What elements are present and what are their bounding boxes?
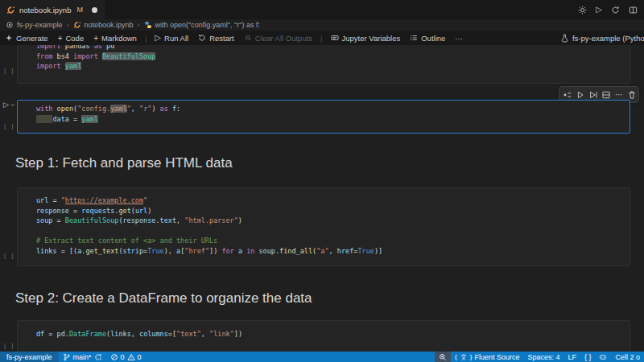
- code-token: ": [143, 196, 147, 204]
- code-token: = [(: [57, 247, 78, 255]
- code-token: columns: [139, 330, 168, 338]
- settings-gear-icon[interactable]: [578, 6, 587, 14]
- error-icon: [110, 353, 118, 361]
- code-token: bs4: [57, 52, 73, 60]
- code-token: requests: [81, 207, 114, 215]
- tab-notebook[interactable]: notebook.ipynb M: [0, 0, 105, 19]
- plus-icon: +: [58, 34, 63, 43]
- code-token: open: [57, 105, 73, 113]
- code-token: links: [110, 330, 131, 338]
- code-token: ,: [131, 105, 139, 113]
- run-by-line-icon[interactable]: [563, 90, 572, 100]
- git-modified-badge: M: [76, 6, 83, 14]
- more-actions-icon[interactable]: ⋯: [614, 90, 624, 100]
- breadcrumb-symbol[interactable]: with open("config.yaml", "r") as f:: [144, 21, 260, 29]
- code-token: =[: [168, 330, 176, 338]
- translate-icon: [460, 353, 468, 361]
- add-markdown-button[interactable]: +Markdown: [93, 34, 137, 43]
- plus-icon: +: [93, 34, 98, 43]
- code-token: "href": [184, 247, 209, 255]
- status-bar: fs-py-example main* 0 0 { } Fluent Sourc…: [0, 352, 644, 362]
- remote-indicator[interactable]: fs-py-example: [0, 352, 59, 362]
- run-icon[interactable]: ▷: [596, 6, 602, 14]
- code-token: for: [221, 247, 233, 255]
- code-token: ]): [234, 330, 242, 338]
- clear-all-outputs-button[interactable]: Clear All Outputs: [244, 34, 312, 43]
- code-token: href: [337, 247, 353, 255]
- python-icon: [144, 21, 152, 29]
- cell-code-editor[interactable]: import pandas as pdfrom bs4 import Beaut…: [17, 45, 630, 84]
- warning-icon: [127, 353, 135, 361]
- cell-code-editor[interactable]: df = pd.DataFrame(links, columns=["text"…: [17, 320, 630, 352]
- outline-button[interactable]: Outline: [410, 34, 445, 43]
- markdown-heading: Step 2: Create a DataFrame to organize t…: [15, 290, 627, 307]
- code-token: =: [44, 330, 56, 338]
- chevron-right-icon: ›: [67, 21, 69, 29]
- code-token: df: [36, 330, 44, 338]
- execution-count: [ ]: [3, 68, 14, 75]
- markdown-cell[interactable]: Step 2: Create a DataFrame to organize t…: [15, 290, 627, 307]
- code-cell[interactable]: import pandas as pdfrom bs4 import Beaut…: [0, 45, 644, 84]
- notebook: ⋯ import pandas as pdfrom bs4 import Bea…: [0, 45, 644, 352]
- code-token: a: [234, 247, 246, 255]
- toolbar-separator: |: [320, 34, 322, 43]
- run-cell-button[interactable]: ▷: [3, 101, 15, 109]
- run-all-button[interactable]: ▷Run All: [155, 34, 188, 43]
- breadcrumb-folder[interactable]: fs-py-example: [17, 21, 63, 29]
- code-token: get_text: [85, 247, 118, 255]
- code-token: "html.parser": [184, 216, 238, 224]
- code-token: url: [135, 207, 147, 215]
- generate-button[interactable]: Generate: [5, 34, 48, 43]
- code-token: [36, 115, 52, 123]
- code-token: "a": [316, 247, 328, 255]
- tab-title: notebook.ipynb: [19, 6, 71, 14]
- restart-icon[interactable]: [611, 6, 620, 14]
- chevron-down-icon: [10, 102, 15, 108]
- cell-code-editor[interactable]: url = "https://example.com"response = re…: [17, 187, 630, 266]
- more-actions-button[interactable]: ···: [455, 34, 463, 43]
- delete-cell-icon[interactable]: [627, 90, 637, 100]
- unsaved-dot-icon[interactable]: [92, 7, 97, 13]
- code-cell[interactable]: ▷with open("config.yaml", "r") as f: dat…: [0, 100, 644, 134]
- code-token: DataFrame: [69, 330, 106, 338]
- restart-button[interactable]: Restart: [198, 34, 234, 43]
- breadcrumb-file[interactable]: notebook.ipynb: [73, 21, 134, 29]
- add-code-button[interactable]: +Code: [58, 34, 85, 43]
- kernel-picker[interactable]: fs-py-example (Python: [557, 31, 644, 45]
- record-circle-icon: [6, 21, 14, 29]
- code-cell[interactable]: df = pd.DataFrame(links, columns=["text"…: [0, 320, 644, 352]
- cell-indicator-item[interactable]: Cell 2 o: [611, 352, 644, 362]
- code-token: "config.: [77, 105, 110, 113]
- run-above-icon[interactable]: [576, 90, 585, 100]
- code-token: yaml: [65, 62, 81, 70]
- run-below-icon[interactable]: [588, 90, 598, 100]
- notebook-toolbar: Generate +Code +Markdown | ▷Run All Rest…: [0, 31, 644, 46]
- variables-icon: [331, 34, 339, 42]
- cell-code-editor[interactable]: with open("config.yaml", "r") as f: data…: [17, 100, 630, 134]
- run-all-icon: ▷: [155, 34, 161, 42]
- editor-layout-icon[interactable]: [629, 6, 638, 14]
- eol-status-item[interactable]: LF: [564, 352, 580, 362]
- copilot-icon[interactable]: [595, 352, 611, 362]
- code-token: yaml: [110, 105, 126, 113]
- code-token: =: [69, 115, 81, 123]
- code-token: pd: [106, 45, 114, 50]
- code-cell[interactable]: url = "https://example.com"response = re…: [0, 187, 644, 266]
- code-token: "text": [176, 330, 201, 338]
- jupyter-variables-button[interactable]: Jupyter Variables: [331, 34, 401, 43]
- git-branch-status[interactable]: main*: [59, 352, 106, 362]
- indent-status-item[interactable]: Spaces: 4: [523, 352, 564, 362]
- code-token: yaml: [81, 115, 97, 123]
- breadcrumb: fs-py-example › notebook.ipynb › with op…: [0, 19, 644, 31]
- language-brackets-item[interactable]: { }: [580, 352, 596, 362]
- code-token: BeautifulSoup: [65, 216, 119, 224]
- zoom-status-item[interactable]: [435, 352, 451, 362]
- problems-status[interactable]: 0 0: [106, 352, 146, 362]
- code-token: import: [36, 45, 65, 50]
- ime-status-item[interactable]: { } Fluent Source: [451, 352, 523, 362]
- split-cell-icon[interactable]: [601, 90, 611, 100]
- code-token: True: [147, 247, 163, 255]
- code-token: )]: [374, 247, 382, 255]
- markdown-cell[interactable]: Step 1: Fetch and parse HTML data: [15, 154, 627, 172]
- code-token: with: [36, 105, 57, 113]
